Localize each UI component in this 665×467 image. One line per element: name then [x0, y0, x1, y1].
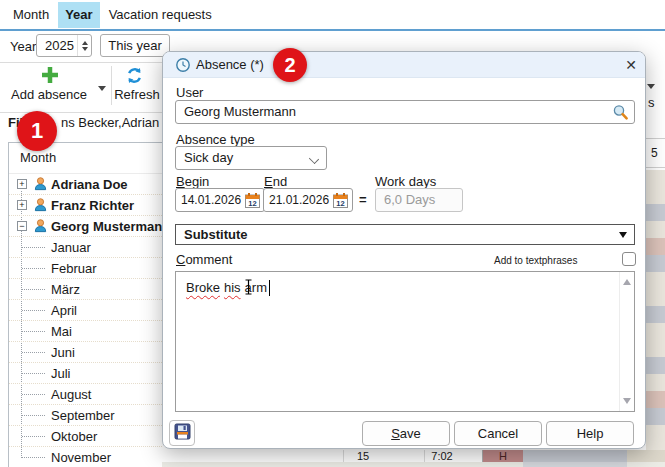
tab-vacation-requests[interactable]: Vacation requests — [102, 2, 219, 28]
month-label[interactable]: Mai — [51, 324, 72, 339]
tree-row-person[interactable]: − Georg Mustermann — [9, 216, 162, 237]
equals-sign: = — [359, 192, 367, 207]
person-name[interactable]: Adriana Doe — [51, 177, 128, 192]
year-spinner[interactable]: 2025 — [36, 34, 92, 57]
absence-type-select[interactable]: Sick day — [175, 146, 327, 170]
tree-row-month[interactable]: September — [9, 405, 162, 426]
month-label[interactable]: März — [51, 282, 80, 297]
calendar-icon[interactable]: 12 — [244, 192, 261, 209]
tree-row-person[interactable]: + Adriana Doe — [9, 174, 162, 195]
collapse-toggle-icon[interactable]: − — [17, 221, 27, 231]
month-label[interactable]: August — [51, 387, 91, 402]
work-days-field: 6,0 Days — [375, 188, 463, 212]
tree-row-month[interactable]: Juli — [9, 363, 162, 384]
end-label: End — [264, 174, 287, 189]
substitute-section-header[interactable]: Substitute — [175, 224, 635, 245]
holiday-stripe — [646, 391, 665, 408]
floppy-icon — [174, 423, 191, 443]
search-icon[interactable] — [612, 104, 629, 128]
add-absence-button[interactable]: Add absence — [8, 87, 90, 102]
ibeam-cursor-icon — [244, 279, 253, 298]
expand-section-icon[interactable] — [619, 232, 627, 238]
grid-header-line — [646, 167, 665, 168]
cancel-button[interactable]: Cancel — [454, 421, 542, 446]
tree-row-month[interactable]: April — [9, 300, 162, 321]
app-window: Month Year Vacation requests Year 2025 T… — [0, 0, 665, 467]
month-label[interactable]: November — [51, 450, 111, 465]
scroll-up-icon[interactable] — [623, 279, 631, 285]
absence-type-value: Sick day — [184, 150, 233, 165]
comment-textarea[interactable]: Brokehisarm — [175, 271, 635, 412]
refresh-button[interactable]: Refresh — [112, 87, 162, 102]
tree-row-month[interactable]: Oktober — [9, 426, 162, 447]
calendar-icon[interactable]: 12 — [332, 192, 349, 209]
begin-label: Begin — [176, 174, 209, 189]
person-icon — [33, 218, 48, 237]
comment-scrollbar[interactable] — [619, 272, 634, 411]
tree-row-month[interactable]: März — [9, 279, 162, 300]
tree-row-month[interactable]: August — [9, 384, 162, 405]
month-label[interactable]: April — [51, 303, 77, 318]
clipped-button-text: s — [648, 95, 655, 110]
tree-row-month[interactable]: Januar — [9, 237, 162, 258]
tree-row-month[interactable]: Juni — [9, 342, 162, 363]
expand-toggle-icon[interactable]: + — [17, 179, 27, 189]
spinner-up-icon[interactable] — [82, 41, 88, 45]
month-label[interactable]: Juli — [51, 366, 71, 381]
comment-text: Brokehisarm — [186, 280, 271, 295]
expand-toggle-icon[interactable]: + — [17, 200, 27, 210]
refresh-icon — [125, 66, 144, 88]
year-spinner-arrows[interactable] — [77, 35, 91, 56]
user-input[interactable]: Georg Mustermann — [175, 100, 635, 124]
help-button[interactable]: Help — [546, 421, 634, 446]
begin-date-input[interactable]: 14.01.2026 12 — [175, 188, 265, 212]
absence-clock-icon — [175, 57, 191, 76]
day-cell — [627, 450, 665, 462]
add-to-textphrases-checkbox[interactable] — [622, 252, 636, 266]
month-label[interactable]: Januar — [51, 240, 91, 255]
employee-tree-panel: Month + Adriana Doe + Franz Richter − Ge… — [8, 142, 162, 467]
svg-text:12: 12 — [248, 199, 256, 208]
svg-text:12: 12 — [336, 199, 344, 208]
tab-month[interactable]: Month — [6, 2, 56, 28]
month-label[interactable]: Juni — [51, 345, 75, 360]
person-icon — [33, 176, 48, 195]
totals-subrow-weekend — [523, 462, 627, 467]
tab-year[interactable]: Year — [58, 2, 99, 28]
this-year-button[interactable]: This year — [100, 34, 170, 57]
save-button[interactable]: Save — [362, 421, 450, 446]
person-name[interactable]: Franz Richter — [51, 198, 134, 213]
end-date-input[interactable]: 21.01.2026 12 — [263, 188, 353, 212]
add-absence-dropdown-icon[interactable] — [98, 86, 106, 91]
holiday-cell: H — [482, 450, 523, 462]
day-column-header: 5 — [651, 146, 658, 160]
holiday-stripe — [646, 238, 665, 255]
scroll-down-icon[interactable] — [623, 398, 631, 404]
tree-row-person[interactable]: + Franz Richter — [9, 195, 162, 216]
month-label[interactable]: Oktober — [51, 429, 97, 444]
month-label[interactable]: Februar — [51, 261, 97, 276]
year-value[interactable]: 2025 — [37, 38, 77, 53]
month-label[interactable]: September — [51, 408, 115, 423]
user-label: User — [176, 85, 203, 100]
add-to-textphrases-label: Add to textphrases — [494, 255, 577, 266]
absence-type-label: Absence type — [176, 132, 255, 147]
chevron-down-icon — [309, 154, 319, 164]
total-hours-cell: 7:02 — [424, 450, 460, 462]
toolbar-divider — [0, 62, 163, 63]
tree-row-month[interactable]: Mai — [9, 321, 162, 342]
person-name[interactable]: Georg Mustermann — [51, 219, 162, 234]
close-icon[interactable]: ✕ — [621, 55, 641, 75]
user-value: Georg Mustermann — [184, 104, 296, 119]
tree-row-month[interactable]: Februar — [9, 258, 162, 279]
tree-row-month[interactable]: November — [9, 447, 162, 467]
toolbar-bottom-divider — [0, 112, 163, 113]
save-template-button[interactable] — [169, 420, 195, 446]
add-plus-icon — [40, 65, 60, 88]
year-label: Year — [10, 39, 36, 54]
filter-value: ns Becker,Adrian — [61, 115, 159, 130]
weekend-cell — [523, 450, 627, 462]
spinner-down-icon[interactable] — [82, 47, 88, 51]
text-caret — [269, 280, 270, 296]
absence-dialog: Absence (*) ✕ User Georg Mustermann Abse… — [162, 51, 646, 449]
